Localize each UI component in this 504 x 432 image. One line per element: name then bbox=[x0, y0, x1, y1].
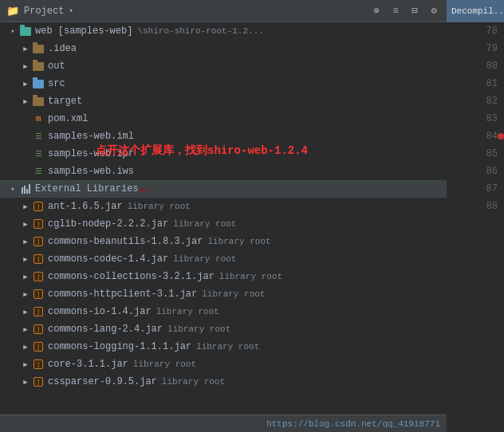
arrow-commonsbean: ▶ bbox=[19, 238, 32, 246]
jar-ant-icon: j bbox=[32, 201, 45, 212]
item-name-commonslog: commons-logging-1.1.1.jar bbox=[48, 341, 191, 352]
tree-item-target[interactable]: ▶ target bbox=[0, 92, 447, 110]
line-79: 79 bbox=[447, 40, 504, 57]
tree-item-ipr[interactable]: ☰ samples-web.ipr 点开这个扩展库，找到shiro-web-1.… bbox=[0, 145, 447, 163]
jar-commonslang-icon: j bbox=[32, 324, 45, 335]
item-name-commonscodec: commons-codec-1.4.jar bbox=[48, 253, 168, 265]
cookie-tab-label: Decompil... bbox=[451, 6, 504, 16]
item-name-pom: pom.xml bbox=[48, 113, 88, 124]
left-section: 📁 Project ▾ ⊕ ≡ ⊟ ⚙ ▾ web [samples-web] … bbox=[0, 0, 447, 432]
arrow-web: ▾ bbox=[6, 27, 19, 36]
tree-item-iml[interactable]: ☰ samples-web.iml bbox=[0, 128, 447, 145]
tree-item-web[interactable]: ▾ web [samples-web] \shiro-shiro-root-1.… bbox=[0, 22, 447, 40]
tree-item-ant[interactable]: ▶ j ant-1.6.5.jar library root bbox=[0, 198, 447, 215]
tree-item-out[interactable]: ▶ out bbox=[0, 57, 447, 75]
folder-out-icon bbox=[32, 61, 45, 72]
item-name-cssparser: cssparser-0.9.5.jar bbox=[48, 376, 157, 387]
item-name-commonshttp: commons-httpclient-3.1.jar bbox=[48, 289, 197, 300]
arrow-cglib: ▶ bbox=[19, 220, 32, 229]
expand-icon[interactable]: ≡ bbox=[389, 5, 402, 18]
item-name-cglib: cglib-nodep-2.2.2.jar bbox=[48, 218, 168, 230]
badge-commonslang: library root bbox=[167, 324, 230, 334]
toolbar-dropdown-arrow[interactable]: ▾ bbox=[69, 6, 73, 15]
tree-item-pomxml[interactable]: m pom.xml bbox=[0, 110, 447, 128]
item-name-web: web [samples-web] bbox=[35, 26, 132, 37]
item-name-ipr: samples-web.ipr bbox=[48, 148, 134, 159]
item-name-commonsio: commons-io-1.4.jar bbox=[48, 306, 152, 317]
arrow-idea: ▶ bbox=[19, 45, 32, 53]
tree-item-cssparser[interactable]: ▶ j cssparser-0.9.5.jar library root bbox=[0, 373, 447, 391]
line-88: 88 bbox=[447, 198, 504, 215]
folder-target-icon bbox=[32, 96, 45, 107]
line-82: 82 bbox=[447, 92, 504, 110]
jar-commonsio-icon: j bbox=[32, 306, 45, 317]
jar-commonscoll-icon: j bbox=[32, 271, 45, 282]
tree-item-src[interactable]: ▶ src bbox=[0, 75, 447, 92]
arrow-commonscodec: ▶ bbox=[19, 255, 32, 264]
item-name-src: src bbox=[48, 78, 65, 89]
tree-item-iws[interactable]: ☰ samples-web.iws bbox=[0, 163, 447, 180]
item-name-iml: samples-web.iml bbox=[48, 131, 134, 142]
folder-web-icon bbox=[19, 26, 32, 37]
tree-content: ▾ web [samples-web] \shiro-shiro-root-1.… bbox=[0, 22, 447, 432]
tree-item-core[interactable]: ▶ j core-3.1.1.jar library root bbox=[0, 355, 447, 373]
tree-item-commonsbean[interactable]: ▶ j commons-beanutils-1.8.3.jar library … bbox=[0, 233, 447, 250]
toolbar: 📁 Project ▾ ⊕ ≡ ⊟ ⚙ bbox=[0, 0, 447, 22]
status-bar: https://blog.csdn.net/qq_41918771 bbox=[0, 414, 447, 432]
status-url[interactable]: https://blog.csdn.net/qq_41918771 bbox=[266, 419, 440, 429]
jar-commonshttp-icon: j bbox=[32, 289, 45, 300]
tree-item-external-libs[interactable]: ▾ External Libraries ← bbox=[0, 180, 447, 198]
jar-cglib-icon: j bbox=[32, 218, 45, 230]
badge-commonslog: library root bbox=[196, 342, 259, 351]
line-85: 85 bbox=[447, 145, 504, 163]
item-name-core: core-3.1.1.jar bbox=[48, 359, 128, 370]
jar-cssparser-icon: j bbox=[32, 376, 45, 387]
line-86: 86 bbox=[447, 163, 504, 180]
folder-src-icon bbox=[32, 78, 45, 89]
badge-commonsbean: library root bbox=[207, 237, 270, 246]
arrow-core: ▶ bbox=[19, 360, 32, 369]
badge-commonsio: library root bbox=[156, 307, 219, 316]
locate-icon[interactable]: ⊕ bbox=[370, 5, 383, 18]
tree-item-commonslog[interactable]: ▶ j commons-logging-1.1.1.jar library ro… bbox=[0, 338, 447, 355]
item-name-extlibs: External Libraries bbox=[35, 183, 139, 194]
right-section: Decompil... 78 79 80 81 82 83 84 85 86 8… bbox=[447, 0, 504, 432]
badge-commonshttp: library root bbox=[202, 289, 265, 299]
red-arrow-icon: ← bbox=[140, 181, 149, 199]
item-name-iws: samples-web.iws bbox=[48, 166, 134, 177]
cookie-tab[interactable]: Decompil... bbox=[447, 0, 504, 22]
toolbar-title: Project bbox=[24, 6, 64, 17]
tree-item-commonslang[interactable]: ▶ j commons-lang-2.4.jar library root bbox=[0, 320, 447, 338]
jar-commonsbean-icon: j bbox=[32, 236, 45, 247]
jar-commonscodec-icon: j bbox=[32, 253, 45, 265]
line-84: 84 bbox=[447, 128, 504, 145]
line-78: 78 bbox=[447, 22, 504, 40]
tree-item-cglib[interactable]: ▶ j cglib-nodep-2.2.2.jar library root bbox=[0, 215, 447, 233]
line-87: 87 bbox=[447, 180, 504, 198]
toolbar-icons: ⊕ ≡ ⊟ ⚙ bbox=[370, 5, 440, 18]
item-name-commonsbean: commons-beanutils-1.8.3.jar bbox=[48, 236, 203, 247]
tree-item-commonsio[interactable]: ▶ j commons-io-1.4.jar library root bbox=[0, 303, 447, 320]
arrow-commonslog: ▶ bbox=[19, 343, 32, 351]
tree-item-commonscodec[interactable]: ▶ j commons-codec-1.4.jar library root bbox=[0, 250, 447, 268]
badge-core: library root bbox=[133, 359, 196, 369]
tree-item-idea[interactable]: ▶ .idea bbox=[0, 40, 447, 57]
line-80: 80 bbox=[447, 57, 504, 75]
project-folder-icon: 📁 bbox=[6, 5, 19, 18]
tree-item-commonscoll[interactable]: ▶ j commons-collections-3.2.1.jar librar… bbox=[0, 268, 447, 285]
jar-commonslog-icon: j bbox=[32, 341, 45, 352]
web-path-badge: \shiro-shiro-root-1.2... bbox=[137, 26, 263, 36]
arrow-commonsio: ▶ bbox=[19, 308, 32, 316]
ipr-icon: ☰ bbox=[32, 148, 45, 159]
arrow-src: ▶ bbox=[19, 80, 32, 88]
tree-item-commonshttp[interactable]: ▶ j commons-httpclient-3.1.jar library r… bbox=[0, 285, 447, 303]
badge-cssparser: library root bbox=[162, 377, 225, 387]
settings-icon[interactable]: ⚙ bbox=[427, 5, 440, 18]
item-name-ant: ant-1.6.5.jar bbox=[48, 201, 123, 212]
arrow-ant: ▶ bbox=[19, 202, 32, 211]
collapse-icon[interactable]: ⊟ bbox=[408, 5, 421, 18]
arrow-commonslang: ▶ bbox=[19, 325, 32, 334]
item-name-commonscoll: commons-collections-3.2.1.jar bbox=[48, 271, 215, 282]
badge-commonscodec: library root bbox=[173, 254, 236, 264]
lib-icon bbox=[19, 183, 32, 194]
